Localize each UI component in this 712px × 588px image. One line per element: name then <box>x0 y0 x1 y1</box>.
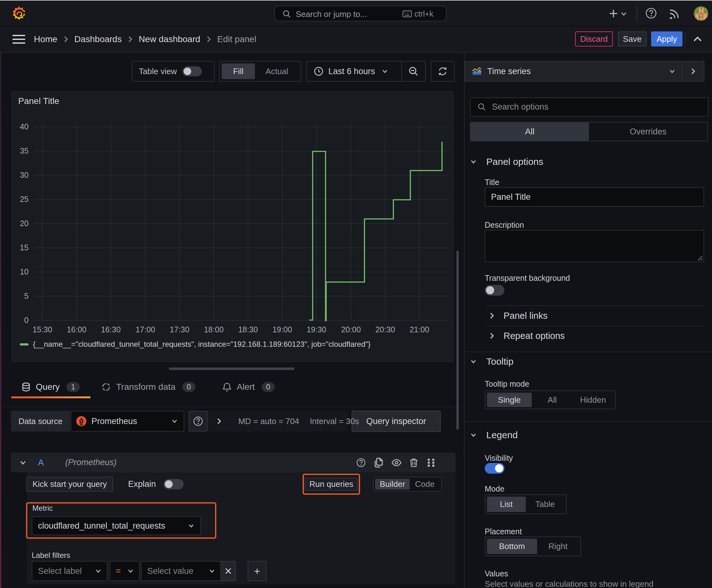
svg-text:20:00: 20:00 <box>341 325 361 334</box>
svg-text:25: 25 <box>20 195 28 204</box>
svg-text:10: 10 <box>20 267 28 276</box>
svg-text:19:30: 19:30 <box>307 325 326 334</box>
svg-text:15:30: 15:30 <box>33 325 52 334</box>
svg-text:18:00: 18:00 <box>204 325 224 334</box>
svg-text:16:00: 16:00 <box>67 325 87 334</box>
svg-text:19:00: 19:00 <box>273 325 292 334</box>
svg-text:16:30: 16:30 <box>101 325 121 334</box>
svg-text:0: 0 <box>24 316 28 324</box>
svg-text:18:30: 18:30 <box>238 325 258 334</box>
svg-text:17:00: 17:00 <box>136 325 155 334</box>
svg-text:20:30: 20:30 <box>375 325 395 334</box>
svg-text:21:00: 21:00 <box>410 325 429 334</box>
svg-text:17:30: 17:30 <box>170 325 190 334</box>
svg-text:40: 40 <box>20 122 28 131</box>
svg-text:30: 30 <box>20 171 28 180</box>
svg-text:5: 5 <box>24 292 28 300</box>
svg-text:20: 20 <box>20 219 28 228</box>
svg-text:15: 15 <box>20 243 28 252</box>
svg-text:35: 35 <box>20 146 28 155</box>
